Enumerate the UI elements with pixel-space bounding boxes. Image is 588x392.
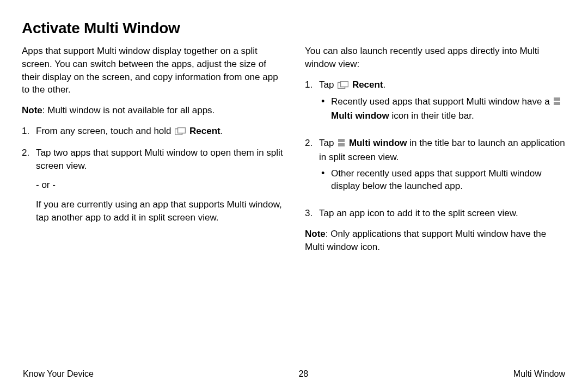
bullet-icon: [319, 167, 331, 193]
alt-paragraph: If you are currently using an app that s…: [36, 198, 283, 224]
right-column: You can also launch recently used apps d…: [305, 45, 566, 365]
footer-right: Multi Window: [513, 369, 565, 379]
step-number: 1.: [305, 78, 319, 129]
step-text-pre: From any screen, touch and hold: [36, 126, 174, 136]
svg-rect-7: [338, 143, 345, 146]
step-text-bold: Recent: [189, 126, 220, 136]
bullet-item: Recently used apps that support Multi wi…: [319, 95, 566, 122]
step-text-bold: Multi window: [349, 138, 407, 148]
note-label: Note: [305, 229, 326, 239]
bullet-item: Other recently used apps that support Mu…: [319, 167, 566, 193]
bullet-icon: [319, 95, 331, 122]
svg-rect-4: [554, 97, 560, 101]
note-line: Note: Multi window is not available for …: [22, 104, 283, 117]
svg-rect-5: [554, 102, 560, 105]
svg-rect-6: [338, 139, 345, 142]
step-text-pre: Tap: [319, 79, 336, 90]
step-2: 2. Tap two apps that support Multi windo…: [22, 146, 283, 173]
step-1: 1. From any screen, touch and hold Recen…: [22, 125, 283, 139]
step-number: 2.: [305, 137, 319, 199]
step-3: 3. Tap an app icon to add it to the spli…: [305, 207, 566, 220]
step-number: 1.: [22, 125, 36, 139]
step-text-pre: Tap: [319, 138, 336, 148]
footer-page-number: 28: [298, 369, 308, 379]
step-number: 3.: [305, 207, 319, 220]
recent-icon: [338, 79, 348, 93]
step-number: 2.: [22, 146, 36, 173]
bullet-text-pre: Recently used apps that support Multi wi…: [331, 96, 552, 107]
bullet-text-bold: Multi window: [331, 111, 389, 121]
intro-paragraph: You can also launch recently used apps d…: [305, 45, 566, 71]
note-line: Note: Only applications that support Mul…: [305, 228, 566, 254]
recent-icon: [175, 126, 186, 139]
step-text-post: .: [383, 79, 386, 90]
step-text-post: .: [220, 126, 223, 136]
step-text: Tap two apps that support Multi window t…: [36, 146, 283, 173]
multi-window-icon: [338, 138, 345, 151]
left-column: Apps that support Multi window display t…: [22, 45, 283, 365]
multi-window-icon: [553, 96, 561, 109]
bullet-text-post: icon in their title bar.: [389, 111, 474, 121]
note-text: : Only applications that support Multi w…: [305, 229, 546, 252]
step-1: 1. Tap Recent. Recently used apps that s…: [305, 78, 566, 129]
page-title: Activate Multi Window: [22, 20, 566, 37]
svg-rect-3: [341, 81, 348, 87]
intro-paragraph: Apps that support Multi window display t…: [22, 45, 283, 96]
step-2: 2. Tap Multi window in the title bar to …: [305, 137, 566, 199]
footer-left: Know Your Device: [23, 369, 94, 379]
step-text-bold: Recent: [352, 79, 383, 90]
note-label: Note: [22, 105, 42, 115]
or-divider: - or -: [36, 179, 283, 192]
bullet-text: Other recently used apps that support Mu…: [331, 167, 566, 193]
page-footer: Know Your Device 28 Multi Window: [22, 369, 566, 379]
step-text: Tap an app icon to add it to the split s…: [319, 207, 566, 220]
svg-rect-1: [178, 127, 186, 133]
note-text: : Multi window is not available for all …: [42, 105, 215, 115]
